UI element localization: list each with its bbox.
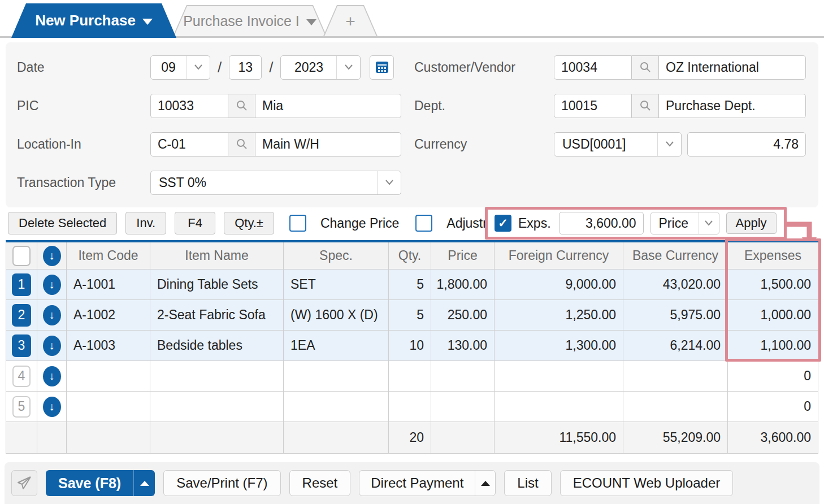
header-item-code: Item Code [67, 242, 150, 270]
base-currency-cell[interactable] [623, 361, 728, 392]
foreign-currency-cell[interactable]: 1,250.00 [495, 300, 623, 331]
row-number-badge[interactable]: 3 [12, 334, 31, 357]
calendar-button[interactable] [370, 55, 394, 80]
row-action-icon[interactable]: ↓ [43, 397, 61, 417]
header-qty: Qty. [389, 242, 431, 270]
qty-cell[interactable]: 5 [389, 300, 431, 331]
item-code-cell[interactable] [67, 361, 150, 392]
customer-search-button[interactable] [632, 55, 659, 80]
foreign-currency-cell[interactable] [495, 392, 623, 422]
dept-search-button[interactable] [632, 94, 659, 118]
change-price-checkbox[interactable] [289, 215, 306, 232]
price-cell[interactable]: 130.00 [431, 331, 495, 361]
qty-cell[interactable] [389, 392, 431, 422]
customer-name-input[interactable]: OZ International [659, 55, 806, 80]
tab-new-purchase[interactable]: New Purchase [11, 3, 176, 38]
price-cell[interactable] [431, 392, 495, 422]
price-cell[interactable] [431, 361, 495, 392]
inv-button[interactable]: Inv. [125, 212, 166, 234]
location-name-input[interactable]: Main W/H [255, 132, 401, 157]
spec-cell[interactable] [284, 392, 389, 422]
qty-cell[interactable]: 5 [389, 270, 431, 300]
base-currency-cell[interactable]: 5,975.00 [623, 300, 728, 331]
item-name-cell[interactable]: 2-Seat Fabric Sofa [150, 300, 284, 331]
location-code-input[interactable]: C-01 [150, 132, 228, 157]
location-search-button[interactable] [228, 132, 255, 157]
send-button[interactable] [11, 470, 37, 496]
exps-amount-input[interactable]: 3,600.00 [559, 212, 644, 234]
row-number-badge[interactable]: 4 [12, 366, 31, 387]
transaction-type-select[interactable]: SST 0% [150, 171, 401, 195]
direct-payment-more-button[interactable] [475, 471, 495, 496]
exps-apply-to-select[interactable]: Price [650, 212, 719, 234]
select-all-checkbox[interactable] [12, 246, 31, 266]
row-action-icon[interactable]: ↓ [43, 366, 61, 386]
chevron-down-icon [377, 171, 401, 194]
pic-code-input[interactable]: 10033 [150, 94, 228, 118]
expenses-cell[interactable]: 0 [728, 361, 818, 392]
save-print-button[interactable]: Save/Print (F7) [163, 470, 280, 496]
direct-payment-split-button: Direct Payment [359, 470, 496, 496]
item-code-cell[interactable] [67, 392, 150, 422]
base-currency-cell[interactable]: 43,020.00 [623, 270, 728, 300]
base-currency-cell[interactable] [623, 392, 728, 422]
item-code-cell[interactable]: A-1001 [67, 270, 150, 300]
expenses-cell[interactable]: 1,500.00 [728, 270, 818, 300]
save-more-button[interactable] [133, 470, 155, 496]
save-button[interactable]: Save (F8) [46, 470, 133, 496]
item-name-cell[interactable] [150, 361, 284, 392]
dept-label: Dept. [414, 98, 445, 114]
item-name-cell[interactable]: Bedside tables [150, 331, 284, 361]
exps-checkbox[interactable]: ✓ [495, 215, 511, 232]
row-action-icon[interactable]: ↓ [43, 336, 61, 356]
foreign-currency-cell[interactable]: 9,000.00 [495, 270, 623, 300]
date-year-select[interactable]: 2023 [280, 55, 361, 80]
item-code-cell[interactable]: A-1003 [67, 331, 150, 361]
customer-code-input[interactable]: 10034 [554, 55, 632, 80]
qty-cell[interactable]: 10 [389, 331, 431, 361]
dept-code-input[interactable]: 10015 [554, 94, 632, 118]
expenses-cell[interactable]: 1,000.00 [728, 300, 818, 331]
expenses-cell[interactable]: 1,100.00 [728, 331, 818, 361]
apply-button[interactable]: Apply [726, 212, 777, 234]
date-day-input[interactable]: 13 [229, 55, 262, 80]
spec-cell[interactable]: SET [284, 270, 389, 300]
foreign-currency-cell[interactable]: 1,300.00 [495, 331, 623, 361]
price-cell[interactable]: 1,800.00 [431, 270, 495, 300]
adjustment-checkbox[interactable] [415, 215, 432, 232]
ecount-web-uploader-button[interactable]: ECOUNT Web Uploader [560, 470, 734, 496]
currency-select[interactable]: USD[0001] [554, 132, 682, 157]
pic-name-input[interactable]: Mia [255, 94, 401, 118]
exchange-rate-input[interactable]: 4.78 [687, 132, 806, 157]
column-action-icon[interactable]: ↓ [43, 246, 61, 266]
date-month-select[interactable]: 09 [150, 55, 210, 80]
calendar-icon [375, 60, 389, 75]
expenses-cell[interactable]: 0 [728, 392, 818, 422]
f4-button[interactable]: F4 [175, 212, 215, 234]
dept-name-input[interactable]: Purchase Dept. [659, 94, 806, 118]
row-number-badge[interactable]: 5 [12, 396, 31, 418]
row-action-icon[interactable]: ↓ [43, 305, 61, 325]
tab-purchase-invoice[interactable]: Purchase Invoice I [173, 5, 327, 36]
item-name-cell[interactable]: Dining Table Sets [150, 270, 284, 300]
spec-cell[interactable]: (W) 1600 X (D) [284, 300, 389, 331]
pic-search-button[interactable] [228, 94, 255, 118]
change-price-label: Change Price [320, 216, 399, 231]
foreign-currency-cell[interactable] [495, 361, 623, 392]
list-button[interactable]: List [504, 470, 551, 496]
row-action-icon[interactable]: ↓ [43, 275, 61, 295]
spec-cell[interactable] [284, 361, 389, 392]
reset-button[interactable]: Reset [289, 470, 351, 496]
item-name-cell[interactable] [150, 392, 284, 422]
qty-plus-minus-button[interactable]: Qty.± [224, 212, 274, 234]
row-number-badge[interactable]: 2 [12, 304, 31, 327]
item-code-cell[interactable]: A-1002 [67, 300, 150, 331]
spec-cell[interactable]: 1EA [284, 331, 389, 361]
tab-add-new[interactable]: + [323, 5, 378, 36]
row-number-badge[interactable]: 1 [12, 273, 31, 296]
price-cell[interactable]: 250.00 [431, 300, 495, 331]
delete-selected-button[interactable]: Delete Selected [8, 212, 117, 234]
qty-cell[interactable] [389, 361, 431, 392]
direct-payment-button[interactable]: Direct Payment [359, 471, 475, 496]
base-currency-cell[interactable]: 6,214.00 [623, 331, 728, 361]
